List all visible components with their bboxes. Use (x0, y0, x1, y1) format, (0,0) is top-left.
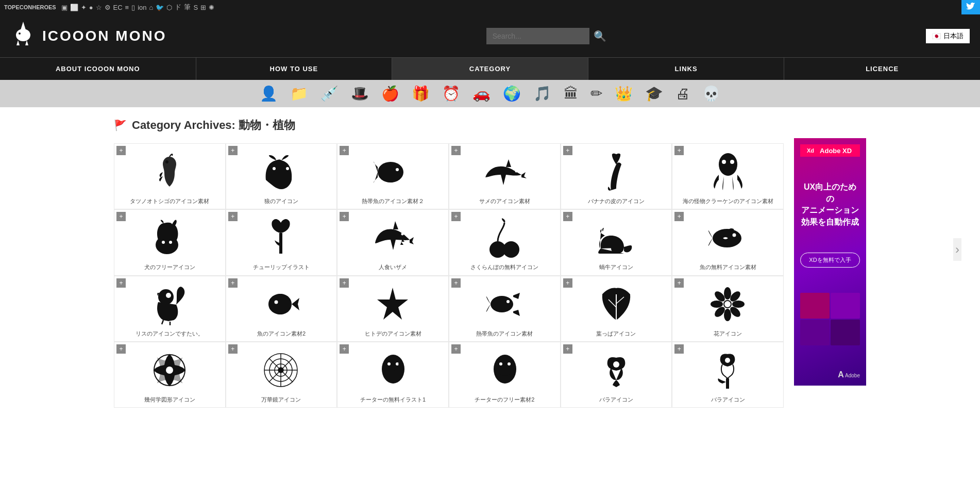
svg-point-58 (398, 363, 400, 365)
cat-icon-person[interactable]: 👤 (260, 85, 278, 102)
svg-point-23 (158, 289, 174, 305)
icon-card-geometric[interactable]: + 幾何学図形アイコン (114, 342, 226, 408)
icon-card-fish2[interactable]: + 魚の無料アイコン素材 (672, 209, 784, 275)
icon-preview (453, 347, 556, 394)
search-area[interactable]: 🔍 (486, 28, 606, 44)
icon-preview (342, 347, 444, 394)
svg-point-20 (503, 241, 519, 258)
cat-icon-crown[interactable]: 👑 (615, 85, 633, 102)
svg-point-13 (730, 160, 734, 164)
search-button[interactable]: 🔍 (594, 30, 606, 42)
cat-icon-gift[interactable]: 🎁 (412, 85, 430, 102)
icon-label: 海の怪物クラーケンのアイコン素材 (677, 197, 779, 205)
svg-point-25 (274, 301, 278, 304)
plus-badge: + (340, 344, 349, 354)
plus-badge: + (674, 344, 684, 354)
cat-icon-skull[interactable]: 💀 (702, 85, 720, 102)
ad-xd-label: Adobe XD (820, 147, 852, 155)
icon-card-bananapeel[interactable]: + バナナの皮のアイコン (561, 143, 672, 209)
svg-point-66 (496, 359, 498, 361)
icon-card-cherry[interactable]: + さくらんぼの無料アイコン (449, 209, 561, 275)
cat-icon-syringe[interactable]: 💉 (320, 85, 339, 102)
icon-card-tulip[interactable]: + チューリップイラスト (226, 209, 337, 275)
svg-point-5 (165, 160, 168, 163)
icon-label: ヒトデのアイコン素材 (342, 330, 444, 337)
plus-badge: + (228, 344, 238, 354)
icon-card-snail[interactable]: + 蝸牛アイコン (561, 209, 672, 275)
icon-card-cheetah2[interactable]: + チーターのフリー素材2 (449, 342, 561, 408)
svg-marker-4 (25, 40, 28, 45)
icon-label: 万華鏡アイコン (230, 396, 333, 403)
cat-icon-grad-cap[interactable]: 🎓 (645, 85, 663, 102)
icon-card-tropicalfish[interactable]: + 熱帯魚のアイコン素材２ (337, 143, 449, 209)
icon-card-kraken[interactable]: + 海の怪物クラーケンのアイコン素材 (672, 143, 784, 209)
icon-label: チーターのフリー素材2 (453, 396, 556, 403)
icon-card-tropicalfish2[interactable]: + 熱帯魚のアイコン素材 (449, 276, 561, 342)
svg-point-43 (165, 366, 174, 374)
cat-icon-pencil[interactable]: ✏ (590, 85, 602, 102)
svg-point-68 (613, 361, 619, 368)
cat-icon-apple[interactable]: 🍎 (381, 85, 399, 102)
icon-preview (342, 215, 444, 261)
icon-card-flower[interactable]: + 花アイコン (672, 276, 784, 342)
icon-card-rose2[interactable]: + バラアイコン (672, 342, 784, 408)
icon-label: バナナの皮のアイコン (565, 197, 668, 205)
icon-card-cheetah1[interactable]: + チーターの無料 (337, 342, 449, 408)
plus-badge: + (228, 278, 238, 288)
svg-point-8 (378, 162, 403, 182)
svg-point-10 (515, 170, 517, 173)
svg-point-52 (382, 355, 404, 384)
cat-icon-lighthouse[interactable]: 🏛 (564, 85, 578, 102)
nav-category[interactable]: CATEGORY (392, 58, 588, 80)
icon-card-shark[interactable]: + サメのアイコン素材 (449, 143, 561, 209)
cat-icon-folder[interactable]: 📁 (290, 85, 308, 102)
icon-card-squirrel[interactable]: + リスのアイコンですたい。 (114, 276, 226, 342)
nav-licence[interactable]: LICENCE (784, 58, 980, 80)
nav-about[interactable]: ABOUT ICOOON MONO (0, 58, 196, 80)
ad-xd-icon: Xd (804, 146, 817, 155)
cat-icon-globe[interactable]: 🌍 (503, 85, 521, 102)
cat-icon-music[interactable]: 🎵 (533, 85, 551, 102)
icon-card-wolf[interactable]: + 狼のアイコン (226, 143, 337, 209)
cat-icon-hat[interactable]: 🎩 (351, 85, 369, 102)
cat-icon-car[interactable]: 🚗 (472, 85, 491, 102)
ad-cta-button[interactable]: XDを無料で入手 (800, 253, 860, 268)
ad-image-2 (831, 293, 860, 319)
icon-preview (565, 347, 668, 394)
icon-grid: + タツノオトシゴのアイコン素材 + (114, 143, 784, 408)
icon-label: 魚の無料アイコン素材 (677, 263, 779, 271)
icon-card-manshark[interactable]: + 人食いザメ (337, 209, 449, 275)
navigation: ABOUT ICOOON MONO HOW TO USE CATEGORY LI… (0, 57, 980, 80)
title-flag-icon: 🚩 (114, 119, 127, 131)
search-input[interactable] (486, 28, 589, 44)
icon-preview (677, 347, 779, 394)
icon-card-leaf[interactable]: + 葉っぱアイコン (561, 276, 672, 342)
svg-point-9 (396, 168, 399, 171)
icon-card-rose1[interactable]: + バラアイコン (561, 342, 672, 408)
language-button[interactable]: 🇯🇵 日本語 (926, 29, 970, 43)
icon-card-kaleidoscope[interactable]: + 万華鏡アイコン (226, 342, 337, 408)
ad-image-3 (800, 320, 830, 345)
svg-point-33 (724, 287, 731, 300)
icon-card-dog[interactable]: + 犬のフリーアイコン (114, 209, 226, 275)
chevron-right-icon[interactable]: › (953, 238, 961, 261)
ad-adobe-label: A Adobe (800, 370, 860, 379)
icon-card-fish3[interactable]: + 魚のアイコン素材2 (226, 276, 337, 342)
svg-point-63 (508, 362, 511, 365)
cat-icon-clock[interactable]: ⏰ (442, 85, 460, 102)
nav-links[interactable]: LINKS (588, 58, 785, 80)
icon-card-seahorse[interactable]: + タツノオトシゴのアイコン素材 (114, 143, 226, 209)
twitter-button[interactable] (961, 0, 980, 14)
plus-badge: + (451, 212, 461, 221)
icon-label: 犬のフリーアイコン (119, 263, 221, 271)
ad-images (800, 293, 860, 345)
plus-badge: + (340, 278, 349, 288)
logo-area[interactable]: ICOOON MONO (10, 21, 166, 51)
svg-point-12 (722, 160, 726, 164)
nav-how-to-use[interactable]: HOW TO USE (196, 58, 393, 80)
icon-card-starfish[interactable]: + ヒトデのアイコン素材 (337, 276, 449, 342)
plus-badge: + (674, 212, 684, 221)
cat-icon-printer[interactable]: 🖨 (675, 85, 690, 102)
logo-unicorn-icon (10, 21, 36, 51)
ad-container[interactable]: Xd Adobe XD UX向上のためのアニメーション効果を自動作成 XDを無料… (794, 138, 866, 386)
